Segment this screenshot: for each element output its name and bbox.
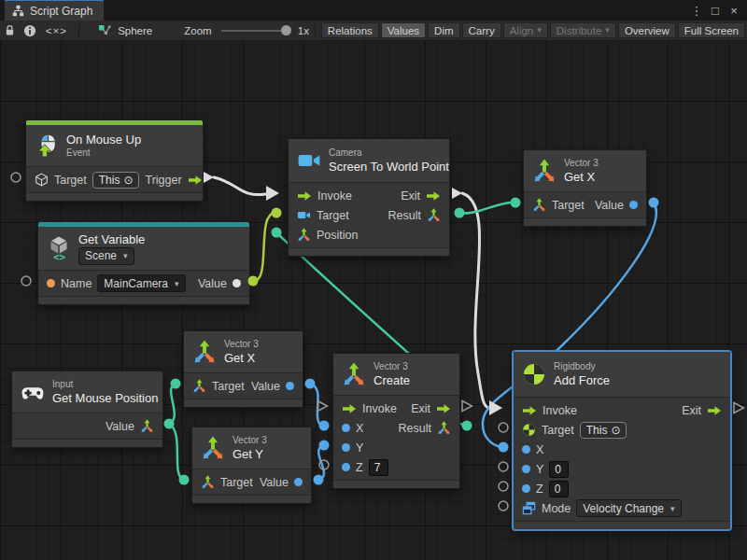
- tab-script-graph[interactable]: Script Graph: [5, 0, 104, 21]
- port-label: Invoke: [362, 402, 397, 415]
- graph-tab-icon: [12, 5, 24, 17]
- target-self-field[interactable]: This⊙: [92, 172, 140, 189]
- node-screen-to-world-point[interactable]: CameraScreen To World PointInvokeExitTar…: [288, 138, 450, 257]
- vector3-icon: [201, 436, 225, 460]
- toggle-label: Full Screen: [684, 25, 739, 36]
- flow-arrow-icon: [426, 190, 441, 202]
- port-label: Invoke: [317, 189, 352, 203]
- vector3-icon: [192, 340, 217, 364]
- node-type-label: Vector 3: [374, 361, 410, 372]
- toolbar-toggle-distribute[interactable]: Distribute▾: [550, 22, 616, 38]
- zoom-slider[interactable]: [221, 30, 287, 32]
- port-label: Target: [54, 174, 87, 187]
- vector3-icon: [532, 159, 557, 183]
- vec3-sm-icon: [427, 208, 441, 222]
- node-type-label: Vector 3: [233, 435, 267, 446]
- code-view-button[interactable]: <×>: [39, 25, 73, 36]
- toolbar-toggle-full-screen[interactable]: Full Screen: [678, 22, 745, 38]
- toolbar-toggle-align[interactable]: Align▾: [503, 22, 548, 38]
- mouse-up-icon: [35, 133, 59, 158]
- port-row-right: Result: [388, 208, 441, 222]
- maximize-icon[interactable]: □: [708, 4, 723, 18]
- port-label: Value: [106, 420, 134, 433]
- value-field[interactable]: 7: [369, 459, 388, 476]
- node-get-y[interactable]: Vector 3Get YTargetValue: [191, 427, 312, 504]
- port-row: ModeVelocity Change▾: [514, 498, 730, 518]
- dropdown[interactable]: MainCamera▾: [97, 274, 185, 292]
- port-row-right: Value: [106, 419, 154, 433]
- port-row: Y: [333, 438, 459, 457]
- value-field[interactable]: 0: [549, 461, 569, 478]
- dropdown-value: Scene: [85, 249, 117, 262]
- port-row: InvokeExit: [514, 400, 730, 420]
- node-header: InputGet Mouse Position: [12, 371, 162, 413]
- port-label: Result: [388, 209, 421, 222]
- camera-sm-icon: [297, 208, 311, 222]
- camera-sm-icon: [297, 208, 311, 222]
- node-get-x-b[interactable]: Vector 3Get XTargetValue: [183, 330, 303, 408]
- node-add-force[interactable]: RigidbodyAdd ForceInvokeExitTargetThis⊙X…: [513, 351, 731, 530]
- mouse-up-icon: [35, 133, 59, 158]
- flow-icon: [297, 190, 312, 202]
- vec3-sm-icon: [201, 475, 215, 489]
- node-titles: Vector 3Get X: [564, 158, 599, 184]
- node-footer: [38, 296, 249, 304]
- node-get-x-a[interactable]: Vector 3Get XTargetValue: [523, 149, 647, 227]
- zoom-slider-knob[interactable]: [281, 25, 291, 35]
- port-label: Mode: [542, 502, 571, 515]
- node-titles: CameraScreen To World Point: [329, 147, 441, 174]
- node-get-variable[interactable]: <>Get VariableScene▾NameMainCamera▾Value: [37, 221, 250, 305]
- port-row: Y0: [514, 459, 730, 479]
- port-row-right: Exit: [401, 189, 441, 203]
- value-field[interactable]: 0: [549, 481, 569, 497]
- port-row: InvokeExit: [333, 399, 459, 418]
- port-label: Value: [198, 277, 227, 290]
- node-type-label: Camera: [329, 147, 441, 159]
- target-self-field[interactable]: This⊙: [580, 422, 627, 439]
- port-row: XResult: [333, 418, 459, 438]
- menu-icon[interactable]: ⋮: [689, 4, 704, 18]
- toolbar-toggle-relations[interactable]: Relations: [321, 22, 379, 38]
- rb-sm-icon: [522, 423, 536, 437]
- toolbar-toggle-values[interactable]: Values: [381, 22, 426, 38]
- node-footer: [333, 480, 459, 488]
- toolbar-toggle-overview[interactable]: Overview: [618, 22, 676, 38]
- port-label: Exit: [682, 404, 701, 417]
- node-title: Get Y: [233, 447, 267, 461]
- variable-icon: <>: [47, 236, 71, 260]
- variable-scope-dropdown[interactable]: Scene▾: [78, 247, 134, 265]
- port-row: TargetResult: [289, 205, 449, 225]
- port-label: Exit: [401, 189, 420, 203]
- node-get-mouse-position[interactable]: InputGet Mouse PositionValue: [11, 371, 163, 448]
- script-graph-window: Script Graph ⋮ □ × <×> Sphere Zoom 1x Re…: [0, 0, 747, 560]
- type-dot-icon: [522, 465, 530, 473]
- breadcrumb[interactable]: Sphere: [98, 23, 152, 37]
- port-label: Position: [317, 229, 358, 242]
- port-row: TargetValue: [184, 376, 303, 396]
- node-on-mouse-up[interactable]: On Mouse UpEventTargetThis⊙Trigger: [25, 119, 204, 202]
- port-row: TargetValue: [524, 195, 646, 215]
- toggle-label: Carry: [469, 25, 495, 36]
- port-row: TargetThis⊙: [514, 420, 730, 440]
- node-create[interactable]: Vector 3CreateInvokeExitXResultYZ7: [332, 353, 460, 489]
- node-header: Vector 3Create: [333, 354, 459, 396]
- type-dot-icon: [342, 424, 350, 432]
- toolbar-separator: [78, 23, 79, 37]
- node-footer: [192, 495, 311, 503]
- toolbar-toggle-dim[interactable]: Dim: [428, 22, 459, 38]
- close-icon[interactable]: ×: [726, 4, 741, 18]
- node-title: Get X: [224, 351, 259, 365]
- lock-icon[interactable]: [0, 21, 20, 39]
- dropdown[interactable]: Velocity Change▾: [576, 499, 681, 517]
- tab-title: Script Graph: [30, 5, 92, 18]
- toolbar-toggle-carry[interactable]: Carry: [462, 22, 501, 38]
- node-ports-area: InvokeExitXResultYZ7: [333, 396, 459, 480]
- rb-sm-icon: [522, 423, 536, 437]
- port-label: Target: [552, 199, 585, 212]
- rigidbody-icon: [522, 362, 546, 386]
- vec3-sm-icon: [437, 421, 451, 435]
- node-type-label: Rigidbody: [554, 361, 610, 372]
- port-label: Value: [595, 199, 624, 212]
- type-dot-icon: [342, 463, 350, 471]
- info-icon[interactable]: [20, 21, 39, 39]
